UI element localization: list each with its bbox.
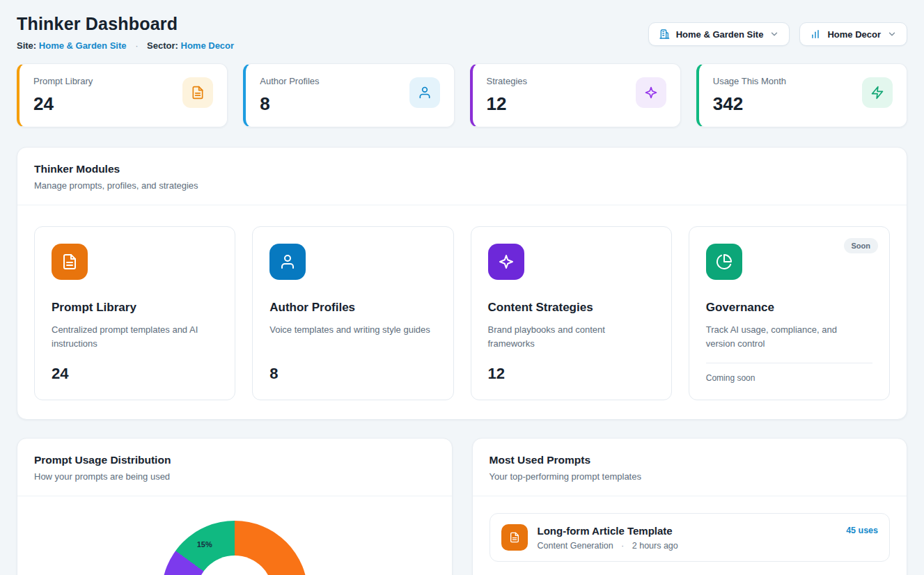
stat-card-author-profiles: Author Profiles 8 [243,63,454,127]
prompt-time: 2 hours ago [632,541,678,551]
modules-subtitle: Manage prompts, profiles, and strategies [34,180,890,191]
thinker-modules-panel: Thinker Modules Manage prompts, profiles… [17,147,907,420]
file-text-icon [52,244,88,280]
site-selector-label: Home & Garden Site [676,29,764,40]
module-description: Voice templates and writing style guides [269,323,436,337]
file-text-icon [501,524,528,551]
stat-value: 24 [33,93,93,115]
user-icon [269,244,306,280]
prompts-card-title: Most Used Prompts [490,454,891,466]
donut-segment-label: 15% [197,540,212,549]
sector-link[interactable]: Home Decor [181,40,235,51]
header-actions: Home & Garden Site Home Decor [648,14,907,46]
module-title: Governance [706,301,872,315]
sector-selector-label: Home Decor [827,29,881,40]
stat-label: Prompt Library [33,76,93,86]
module-count: 12 [488,365,655,383]
prompt-category: Content Generation [538,541,613,551]
stat-label: Usage This Month [713,76,786,86]
stat-value: 8 [260,93,319,115]
stat-card-prompt-library: Prompt Library 24 [17,63,228,127]
prompt-list-item[interactable]: Long-form Article Template Content Gener… [490,513,891,562]
user-icon [409,77,440,108]
sector-selector-dropdown[interactable]: Home Decor [799,22,907,46]
sector-label: Sector: [147,40,178,51]
sparkle-icon [488,244,524,280]
stat-value: 12 [487,93,528,115]
module-card-content-strategies[interactable]: Content Strategies Brand playbooks and c… [471,226,672,400]
usage-card-header: Prompt Usage Distribution How your promp… [17,439,452,496]
donut-hole [196,556,273,575]
pie-chart-icon [706,244,742,280]
usage-card-title: Prompt Usage Distribution [34,454,435,466]
module-card-governance[interactable]: Soon Governance Track AI usage, complian… [689,226,890,400]
modules-panel-header: Thinker Modules Manage prompts, profiles… [17,148,907,205]
bottom-row: Prompt Usage Distribution How your promp… [17,438,907,575]
module-description: Brand playbooks and content frameworks [488,323,655,351]
prompt-info: Long-form Article Template Content Gener… [538,525,837,551]
stat-value: 342 [713,93,786,115]
file-text-icon [182,77,213,108]
stats-row: Prompt Library 24 Author Profiles 8 Stra… [17,63,907,127]
donut-chart: 15% [162,521,308,575]
module-title: Content Strategies [488,301,655,315]
header-left: Thinker Dashboard Site: Home & Garden Si… [17,14,234,51]
site-selector-dropdown[interactable]: Home & Garden Site [648,22,790,46]
module-count: 8 [269,365,436,383]
breadcrumb: Site: Home & Garden Site · Sector: Home … [17,40,234,51]
soon-badge: Soon [844,238,879,253]
dashboard-page: Thinker Dashboard Site: Home & Garden Si… [0,0,924,575]
module-title: Author Profiles [269,301,436,315]
prompts-card-header: Most Used Prompts Your top-performing pr… [473,439,907,496]
module-footer-divider: Coming soon [706,363,872,383]
page-title: Thinker Dashboard [17,14,234,34]
prompt-usage-card: Prompt Usage Distribution How your promp… [17,438,453,575]
page-header: Thinker Dashboard Site: Home & Garden Si… [17,14,907,51]
module-card-prompt-library[interactable]: Prompt Library Centralized prompt templa… [34,226,235,400]
stat-label: Strategies [487,76,528,86]
chevron-down-icon [887,29,897,39]
coming-soon-text: Coming soon [706,373,872,383]
module-description: Centralized prompt templates and AI inst… [52,323,218,351]
site-label: Site: [17,40,36,51]
chart-body: 15% [17,496,452,575]
usage-card-subtitle: How your prompts are being used [34,471,435,482]
building-icon [659,29,670,40]
bar-chart-icon [810,29,821,40]
separator-dot: · [135,40,138,51]
module-title: Prompt Library [52,301,218,315]
prompt-list: Long-form Article Template Content Gener… [473,496,907,575]
separator-dot: · [621,541,624,551]
module-count: 24 [52,365,218,383]
modules-title: Thinker Modules [34,163,890,175]
site-link[interactable]: Home & Garden Site [39,40,127,51]
module-card-author-profiles[interactable]: Author Profiles Voice templates and writ… [252,226,453,400]
prompt-title: Long-form Article Template [538,525,837,537]
sparkle-icon [636,77,666,108]
stat-label: Author Profiles [260,76,319,86]
stat-card-strategies: Strategies 12 [470,63,681,127]
prompt-uses-badge: 45 uses [846,524,878,535]
most-used-prompts-card: Most Used Prompts Your top-performing pr… [472,438,908,575]
prompts-card-subtitle: Your top-performing prompt templates [490,471,891,482]
lightning-icon [862,77,893,108]
module-description: Track AI usage, compliance, and version … [706,323,872,351]
chevron-down-icon [769,29,779,39]
modules-grid: Prompt Library Centralized prompt templa… [17,205,907,419]
prompt-meta: Content Generation · 2 hours ago [538,541,837,551]
stat-card-usage: Usage This Month 342 [696,63,907,127]
